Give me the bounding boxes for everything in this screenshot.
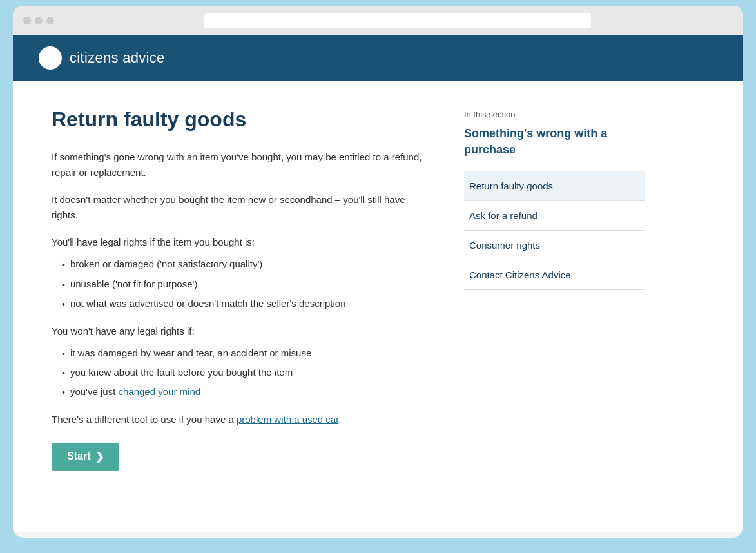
logo-circle-icon <box>39 46 62 70</box>
start-button-label: Start <box>67 451 90 462</box>
list-item: broken or damaged ('not satisfactory qua… <box>62 257 425 272</box>
sidebar-section-label: In this section <box>464 110 645 119</box>
used-car-link[interactable]: problem with a used car <box>237 414 338 425</box>
sidebar-nav-item[interactable]: Ask for a refund <box>464 200 645 230</box>
list-item: unusable ('not fit for purpose') <box>62 276 425 292</box>
dot-red <box>23 17 31 24</box>
footer-text-after: . <box>338 414 341 425</box>
sidebar-nav-link[interactable]: Ask for a refund <box>464 201 645 230</box>
sidebar: In this section Something's wrong with a… <box>464 107 645 494</box>
logo-container: citizens advice <box>39 46 165 70</box>
sidebar-section-title: Something's wrong with a purchase <box>464 126 645 158</box>
dot-yellow <box>35 17 43 24</box>
browser-dots <box>23 17 54 24</box>
changed-mind-link[interactable]: changed your mind <box>118 386 200 397</box>
sidebar-nav-link[interactable]: Consumer rights <box>464 231 645 260</box>
list-item: you've just changed your mind <box>62 384 425 400</box>
para-2: It doesn't matter whether you bought the… <box>52 192 425 223</box>
sidebar-nav-link[interactable]: Contact Citizens Advice <box>464 260 645 289</box>
site-header: citizens advice <box>13 35 743 81</box>
list-item: it was damaged by wear and tear, an acci… <box>62 345 425 361</box>
page-body: Return faulty goods If something's gone … <box>13 81 743 532</box>
page-title: Return faulty goods <box>52 107 425 131</box>
start-button-arrow-icon: ❯ <box>95 451 104 463</box>
no-rights-list: it was damaged by wear and tear, an acci… <box>52 345 425 400</box>
browser-chrome <box>13 6 743 35</box>
para-1: If something's gone wrong with an item y… <box>52 150 425 180</box>
list-item: you knew about the fault before you boug… <box>62 365 425 380</box>
start-button[interactable]: Start ❯ <box>52 443 119 471</box>
rights-intro: You'll have legal rights if the item you… <box>52 235 425 250</box>
sidebar-nav-item[interactable]: Contact Citizens Advice <box>464 260 645 290</box>
sidebar-nav: Return faulty goods Ask for a refund Con… <box>464 171 645 290</box>
address-bar[interactable] <box>204 13 591 28</box>
list-item: not what was advertised or doesn't match… <box>62 296 425 311</box>
sidebar-nav-item[interactable]: Consumer rights <box>464 230 645 260</box>
bottom-curve <box>13 538 743 553</box>
rights-list: broken or damaged ('not satisfactory qua… <box>52 257 425 311</box>
footer-text-before: There's a different tool to use if you h… <box>52 414 237 425</box>
logo-text: citizens advice <box>70 50 165 66</box>
footer-para: There's a different tool to use if you h… <box>52 412 425 427</box>
dot-green <box>46 17 54 24</box>
browser-content: citizens advice Return faulty goods If s… <box>13 35 743 538</box>
sidebar-nav-link[interactable]: Return faulty goods <box>464 171 645 200</box>
main-content: Return faulty goods If something's gone … <box>52 107 425 494</box>
no-rights-intro: You won't have any legal rights if: <box>52 324 425 339</box>
sidebar-nav-item-active[interactable]: Return faulty goods <box>464 171 645 200</box>
